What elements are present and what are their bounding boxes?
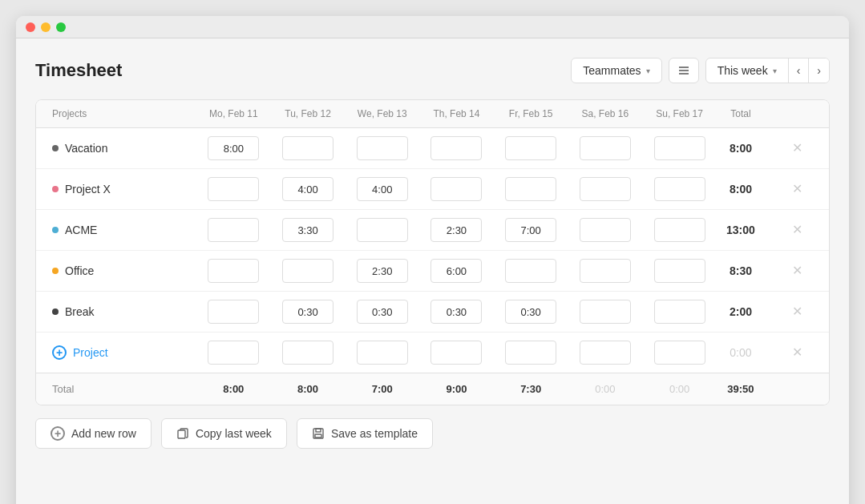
add-project-row: + Project 0:00 ✕	[36, 333, 829, 373]
remove-row-button[interactable]: ✕	[789, 343, 806, 362]
close-dot[interactable]	[26, 22, 35, 32]
time-input[interactable]	[208, 136, 259, 160]
project-name: Project X	[65, 183, 111, 196]
table-header-row: Projects Mo, Feb 11 Tu, Feb 12 We, Feb 1…	[36, 100, 829, 128]
time-input[interactable]	[654, 136, 705, 160]
time-input[interactable]	[654, 259, 705, 283]
remove-row-button[interactable]: ✕	[789, 220, 806, 240]
table-row: Vacation 8:00 ✕	[36, 128, 829, 169]
time-input[interactable]	[282, 218, 333, 242]
time-input[interactable]	[282, 341, 333, 365]
time-cell-tue	[271, 333, 346, 373]
time-input[interactable]	[357, 218, 408, 242]
col-total: Total	[717, 100, 765, 128]
time-input[interactable]	[654, 300, 705, 324]
teammates-chevron-icon: ▾	[646, 67, 650, 75]
time-input[interactable]	[430, 136, 482, 160]
time-cell-fri	[494, 210, 568, 251]
time-cell-mon	[196, 292, 271, 333]
project-cell: ACME	[36, 210, 196, 251]
time-input[interactable]	[430, 177, 482, 201]
time-input[interactable]	[505, 218, 556, 242]
col-sun: Su, Feb 17	[642, 100, 717, 128]
time-cell-tue	[271, 292, 346, 333]
time-input[interactable]	[580, 300, 631, 324]
project-cell: Office	[36, 251, 196, 292]
time-input[interactable]	[357, 300, 408, 324]
project-name: Vacation	[65, 142, 107, 155]
time-cell-thu	[419, 210, 494, 251]
time-input[interactable]	[357, 177, 408, 201]
time-input[interactable]	[654, 177, 705, 201]
add-project-button[interactable]: + Project	[52, 345, 190, 360]
time-input[interactable]	[430, 300, 482, 324]
time-input[interactable]	[282, 259, 333, 283]
time-input[interactable]	[505, 300, 556, 324]
time-cell-thu	[419, 333, 494, 373]
time-input[interactable]	[357, 341, 408, 365]
table-row: Office 8:30 ✕	[36, 251, 829, 292]
list-view-button[interactable]	[669, 58, 699, 83]
remove-cell: ✕	[765, 251, 829, 292]
footer-label: Total	[36, 373, 196, 405]
time-input[interactable]	[430, 218, 482, 242]
time-cell-sun	[642, 210, 717, 251]
time-input[interactable]	[654, 341, 705, 365]
time-input[interactable]	[580, 341, 631, 365]
week-label-button[interactable]: This week ▾	[706, 58, 789, 83]
row-total: 8:00	[717, 128, 765, 169]
time-input[interactable]	[430, 341, 482, 365]
time-input[interactable]	[282, 300, 333, 324]
time-cell-fri	[494, 333, 568, 373]
time-input[interactable]	[208, 259, 259, 283]
time-input[interactable]	[505, 177, 556, 201]
time-cell-mon	[196, 128, 271, 169]
remove-row-button[interactable]: ✕	[789, 179, 806, 199]
row-total: 8:30	[717, 251, 765, 292]
time-input[interactable]	[654, 218, 705, 242]
minimize-dot[interactable]	[41, 22, 51, 32]
footer-grand-total: 39:50	[717, 373, 765, 405]
time-input[interactable]	[430, 259, 482, 283]
maximize-dot[interactable]	[56, 22, 66, 32]
time-input[interactable]	[505, 341, 556, 365]
time-input[interactable]	[208, 300, 259, 324]
svg-rect-3	[178, 430, 185, 438]
project-dot	[52, 268, 59, 274]
add-new-row-label: Add new row	[71, 427, 136, 440]
time-input[interactable]	[282, 177, 333, 201]
time-input[interactable]	[357, 136, 408, 160]
prev-week-button[interactable]: ‹	[789, 58, 810, 83]
col-fri: Fr, Feb 15	[494, 100, 568, 128]
time-input[interactable]	[505, 259, 556, 283]
time-input[interactable]	[505, 136, 556, 160]
time-input[interactable]	[282, 136, 333, 160]
time-cell-sun	[642, 333, 717, 373]
time-input[interactable]	[208, 177, 259, 201]
copy-last-week-button[interactable]: Copy last week	[161, 418, 287, 449]
remove-row-button[interactable]: ✕	[789, 139, 806, 158]
next-week-button[interactable]: ›	[809, 58, 829, 83]
time-cell-thu	[419, 128, 494, 169]
time-input[interactable]	[580, 218, 631, 242]
remove-row-button[interactable]: ✕	[789, 261, 806, 280]
time-cell-thu	[419, 251, 494, 292]
remove-row-button[interactable]: ✕	[789, 302, 806, 321]
add-new-row-button[interactable]: + Add new row	[35, 418, 152, 449]
time-cell-sat	[568, 292, 643, 333]
footer-total-thu: 9:00	[419, 373, 494, 405]
time-input[interactable]	[208, 341, 259, 365]
save-icon	[312, 427, 325, 440]
page-title: Timesheet	[35, 60, 122, 81]
time-input[interactable]	[580, 136, 631, 160]
remove-cell: ✕	[765, 333, 829, 373]
save-as-template-button[interactable]: Save as template	[297, 418, 433, 449]
teammates-button[interactable]: Teammates ▾	[571, 58, 661, 83]
time-input[interactable]	[208, 218, 259, 242]
app-window: Timesheet Teammates ▾ This week	[16, 16, 849, 504]
time-input[interactable]	[580, 177, 631, 201]
time-input[interactable]	[357, 259, 408, 283]
time-input[interactable]	[580, 259, 631, 283]
project-name: ACME	[65, 224, 97, 236]
teammates-label: Teammates	[583, 64, 641, 77]
